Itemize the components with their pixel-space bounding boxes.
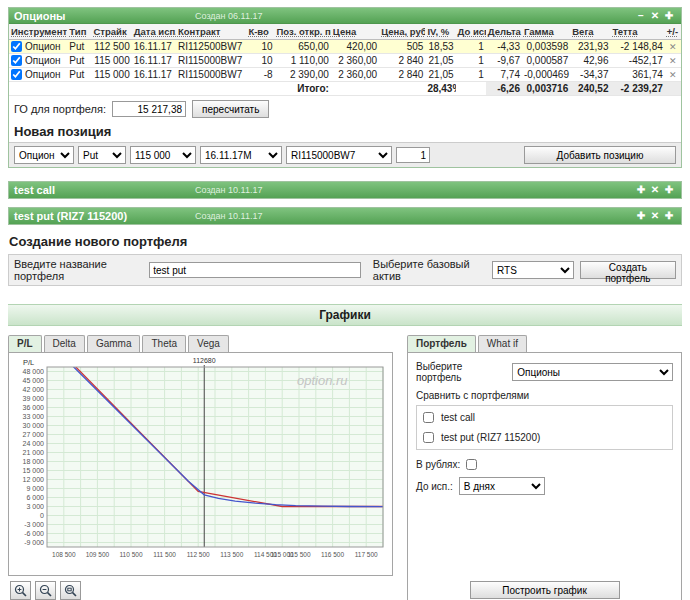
- col-price-rub[interactable]: Цена, руб.: [379, 24, 425, 40]
- position-enabled-checkbox[interactable]: [11, 41, 22, 52]
- svg-text:24 000: 24 000: [23, 440, 45, 447]
- tab-portfolio[interactable]: Портфель: [407, 335, 476, 352]
- col-instrument[interactable]: Инструмент: [9, 24, 67, 40]
- margin-row: ГО для портфеля: пересчитать: [9, 96, 681, 122]
- expand-icon[interactable]: ✚: [634, 183, 648, 197]
- strike-select[interactable]: 115 000: [130, 146, 196, 164]
- build-chart-button[interactable]: Построить график: [470, 581, 620, 599]
- svg-text:109 500: 109 500: [86, 551, 110, 558]
- new-position-heading: Новая позиция: [9, 122, 681, 142]
- base-asset-select[interactable]: RTS: [492, 261, 574, 279]
- close-icon[interactable]: ✕: [648, 209, 662, 223]
- zoom-in-button[interactable]: [10, 581, 31, 600]
- expiry-select[interactable]: 16.11.17M: [200, 146, 282, 164]
- add-portfolio-icon[interactable]: ✚: [662, 183, 676, 197]
- delete-row-icon[interactable]: ✕: [667, 56, 679, 66]
- col-days[interactable]: До исп.: [456, 24, 486, 40]
- svg-text:0: 0: [40, 512, 44, 519]
- totals-label: Итого:: [9, 82, 331, 96]
- create-portfolio-button[interactable]: Создать портфель: [580, 261, 676, 279]
- open-price-cell: 2 390,00: [275, 68, 331, 82]
- compare-checkbox[interactable]: [423, 412, 434, 423]
- compare-item[interactable]: test put (RIZ7 115200): [423, 432, 666, 443]
- zoom-reset-button[interactable]: [60, 581, 81, 600]
- options-panel-title: Опционы: [14, 10, 65, 22]
- col-expiry[interactable]: Дата исп.: [132, 24, 176, 40]
- days-cell: 1: [456, 40, 486, 54]
- contract-cell: RI115000BW7: [176, 54, 246, 68]
- col-contract[interactable]: Контракт: [176, 24, 246, 40]
- add-portfolio-icon[interactable]: ✚: [662, 9, 676, 23]
- delete-row-icon[interactable]: ✕: [667, 70, 679, 80]
- col-gamma[interactable]: Гамма: [522, 24, 570, 40]
- options-panel-created: Создан 06.11.17: [195, 11, 262, 21]
- col-theta[interactable]: Тетта: [610, 24, 664, 40]
- portfolio-name-input[interactable]: [149, 262, 361, 278]
- zoom-out-icon: [39, 584, 52, 597]
- tab-vega[interactable]: Vega: [188, 335, 229, 352]
- gamma-cell: 0,003598: [522, 40, 570, 54]
- tab-what-if[interactable]: What if: [478, 335, 527, 352]
- col-type[interactable]: Тип: [67, 24, 91, 40]
- days-select[interactable]: В днях: [459, 477, 545, 495]
- tab-delta[interactable]: Delta: [44, 335, 85, 352]
- compare-item-label: test call: [441, 412, 475, 423]
- svg-text:112 500: 112 500: [187, 551, 210, 558]
- svg-text:117 500: 117 500: [355, 551, 378, 558]
- svg-text:6 000: 6 000: [26, 494, 44, 501]
- svg-text:-3 000: -3 000: [24, 521, 44, 528]
- col-vega[interactable]: Вега: [570, 24, 610, 40]
- position-row[interactable]: Опцион Put 115 000 16.11.17 RI115000BW7 …: [9, 68, 681, 82]
- col-price[interactable]: Цена: [331, 24, 379, 40]
- position-row[interactable]: Опцион Put 112 500 16.11.17 RI112500BW7 …: [9, 40, 681, 54]
- close-icon[interactable]: ✕: [648, 9, 662, 23]
- col-plus-minus[interactable]: +/-: [665, 24, 681, 40]
- base-asset-label: Выберите базовый актив: [373, 258, 486, 282]
- rubles-label: В рублях:: [416, 459, 460, 470]
- option-type-select[interactable]: Put: [78, 146, 126, 164]
- tab-theta[interactable]: Theta: [142, 335, 186, 352]
- new-position-qty-input[interactable]: [396, 147, 430, 163]
- position-enabled-checkbox[interactable]: [11, 55, 22, 66]
- rubles-checkbox[interactable]: [466, 459, 477, 470]
- col-open-price[interactable]: Поз. откр. по: [275, 24, 331, 40]
- collapse-icon[interactable]: −: [634, 9, 648, 23]
- position-enabled-checkbox[interactable]: [11, 69, 22, 80]
- contract-select[interactable]: RI115000BW7: [286, 146, 392, 164]
- margin-input[interactable]: [112, 101, 186, 117]
- vega-cell: -34,37: [570, 68, 610, 82]
- total-theta: -2 239,27: [610, 82, 664, 96]
- add-position-button[interactable]: Добавить позицию: [524, 146, 676, 164]
- zoom-out-button[interactable]: [35, 581, 56, 600]
- svg-text:45 000: 45 000: [23, 377, 45, 384]
- tab-gamma[interactable]: Gamma: [87, 335, 141, 352]
- test-put-panel-title: test put (RIZ7 115200): [14, 210, 127, 222]
- compare-item[interactable]: test call: [423, 412, 666, 423]
- portfolio-select[interactable]: Опционы: [512, 363, 673, 381]
- total-gamma: 0,003716: [522, 82, 570, 96]
- total-vega: 240,52: [570, 82, 610, 96]
- recalc-button[interactable]: пересчитать: [192, 100, 269, 118]
- svg-text:-9 000: -9 000: [24, 539, 44, 546]
- compare-checkbox[interactable]: [423, 432, 434, 443]
- close-icon[interactable]: ✕: [648, 183, 662, 197]
- add-portfolio-icon[interactable]: ✚: [662, 209, 676, 223]
- svg-text:33 000: 33 000: [23, 413, 45, 420]
- svg-text:111 500: 111 500: [153, 551, 176, 558]
- tab-pl[interactable]: P/L: [8, 335, 42, 352]
- svg-text:21 000: 21 000: [23, 449, 45, 456]
- col-strike[interactable]: Страйк: [91, 24, 131, 40]
- col-qty[interactable]: К-во: [246, 24, 274, 40]
- col-iv[interactable]: IV, %: [425, 24, 455, 40]
- vega-cell: 231,93: [570, 40, 610, 54]
- svg-text:9 000: 9 000: [26, 485, 44, 492]
- col-delta[interactable]: Дельта: [486, 24, 522, 40]
- pl-chart[interactable]: 48 00045 00042 00039 00036 00033 00030 0…: [11, 355, 389, 571]
- instrument-select[interactable]: Опцион: [14, 146, 74, 164]
- delete-row-icon[interactable]: ✕: [667, 42, 679, 52]
- expand-icon[interactable]: ✚: [634, 209, 648, 223]
- position-row[interactable]: Опцион Put 115 000 16.11.17 RI115000BW7 …: [9, 54, 681, 68]
- gamma-cell: 0,000587: [522, 54, 570, 68]
- zoom-controls: [10, 581, 393, 600]
- svg-text:115 500: 115 500: [287, 551, 310, 558]
